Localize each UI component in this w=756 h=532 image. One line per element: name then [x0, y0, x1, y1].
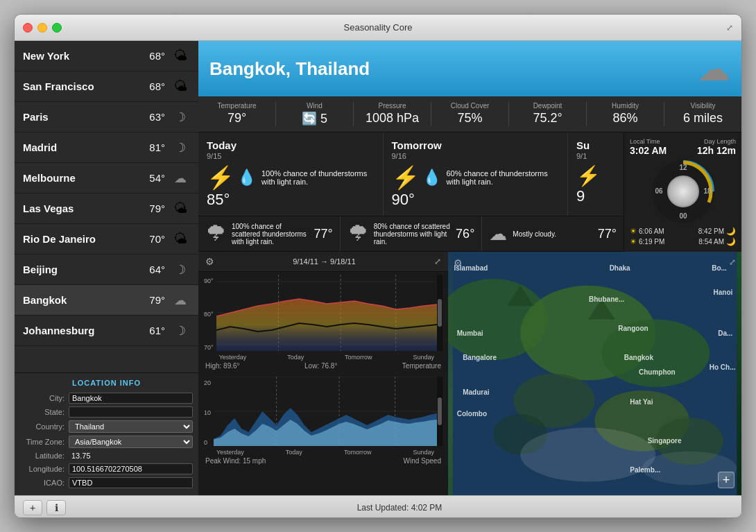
city-name: Johannesburg [23, 325, 149, 336]
city-name: Paris [23, 111, 149, 123]
wind-y-20: 20 [204, 379, 211, 386]
wind-chart-footer: Peak Wind: 15 mph Wind Speed [198, 456, 448, 466]
sidebar-city-melbourne[interactable]: Melbourne 54° ☁ [15, 163, 198, 194]
loc-input-icao[interactable] [69, 477, 193, 488]
sunday-label: Su [576, 139, 590, 151]
map-label-da: Da... [718, 329, 732, 337]
chart-header: ⚙ 9/14/11 → 9/18/11 ⤢ [198, 252, 448, 272]
city-weather-icon: ☽ [171, 321, 190, 341]
loc-select-timezone[interactable]: Asia/Bangkok [69, 436, 193, 448]
map-label-chumphon: Chumphon [639, 368, 676, 376]
map-label-singapore: Singapore [648, 437, 682, 445]
map-expand-icon[interactable]: ⤢ [729, 257, 736, 267]
sunday-temp: 9 [576, 187, 615, 205]
svg-text:06: 06 [655, 187, 663, 195]
loc-input-longitude[interactable] [69, 463, 193, 474]
stat-label: Humidity [587, 102, 664, 110]
civil-dusk-value: 8:54 AM [698, 238, 724, 246]
day-info-panel: Local Time 3:02 AM Day Length 12h 12m [624, 132, 741, 252]
temp-chart-footer: High: 89.6° Low: 76.8° Temperature [198, 361, 448, 371]
hour-desc-3: Mostly cloudy. [513, 230, 592, 238]
map-label-bangkok: Bangkok [624, 354, 653, 361]
sunrise-value: 6:06 AM [639, 228, 664, 235]
today-desc: 100% chance of thunderstorms with light … [261, 169, 375, 186]
map-background: Islamabad Dhaka Bo... Hanoi Bhubane... M… [448, 252, 741, 495]
close-button[interactable] [23, 23, 33, 33]
map-label-madurai: Madurai [463, 388, 489, 396]
hour-desc-2: 80% chance of scattered thunderstorms wi… [374, 223, 450, 246]
day-length-label: Day Length [697, 138, 736, 145]
hour-temp-2: 76° [456, 227, 474, 241]
wind-x-sunday: Sunday [413, 449, 434, 456]
city-temp: 79° [149, 203, 165, 214]
city-weather-icon: 🌤 [171, 230, 190, 249]
temp-chart-scrollbar[interactable] [437, 275, 443, 351]
location-field-row: State: [15, 405, 198, 419]
temp-low: Low: 76.8° [304, 362, 337, 370]
sidebar: New York 68° 🌤 San Francisco 68° 🌤 Paris… [15, 41, 198, 495]
bottom-buttons: + ℹ [23, 500, 66, 515]
svg-marker-12 [216, 299, 437, 351]
stat-temperature: Temperature 79° [198, 102, 276, 126]
location-field-row: Time Zone: Asia/Bangkok [15, 434, 198, 449]
sidebar-city-las-vegas[interactable]: Las Vegas 79° 🌤 [15, 194, 198, 224]
hour-item-1: 🌩 100% chance of scattered thunderstorms… [198, 216, 341, 251]
stat-label: Wind [276, 102, 353, 110]
city-weather-icon: ☽ [171, 108, 190, 127]
map-add-button[interactable]: + [718, 472, 734, 488]
map-settings-icon[interactable]: ⚙ [454, 257, 463, 268]
bottom-area: ⚙ 9/14/11 → 9/18/11 ⤢ 90° 80° 70° [198, 252, 741, 495]
stat-value: 1008 hPa [354, 111, 431, 126]
wind-x-yesterday: Yesterday [216, 449, 244, 456]
expand-icon[interactable]: ⤢ [726, 23, 733, 33]
stat-dewpoint: Dewpoint 75.2° [509, 102, 587, 126]
loc-input-state[interactable] [69, 406, 193, 418]
location-field-row: Latitude: 13.75 [15, 449, 198, 462]
sidebar-city-madrid[interactable]: Madrid 81° ☽ [15, 132, 198, 163]
sidebar-city-beijing[interactable]: Beijing 64° ☽ [15, 255, 198, 285]
map-label-bangalore: Bangalore [463, 354, 497, 361]
map-area: Islamabad Dhaka Bo... Hanoi Bhubane... M… [448, 252, 741, 495]
map-label-hatyai: Hat Yai [630, 398, 653, 406]
sidebar-city-johannesburg[interactable]: Johannesburg 61° ☽ [15, 316, 198, 346]
sidebar-city-paris[interactable]: Paris 63° ☽ [15, 102, 198, 132]
add-location-button[interactable]: + [23, 500, 42, 515]
traffic-lights [23, 23, 62, 33]
maximize-button[interactable] [52, 23, 62, 33]
today-temp: 85° [207, 191, 375, 209]
wind-peak: Peak Wind: 15 mph [205, 457, 266, 465]
map-label-hochi: Ho Ch... [710, 363, 736, 371]
right-panel: Bangkok, Thailand ☁ Temperature 79° Wind… [198, 41, 741, 495]
sidebar-city-new-york[interactable]: New York 68° 🌤 [15, 41, 198, 71]
wind-x-today: Today [286, 449, 302, 456]
temp-x-yesterday: Yesterday [219, 354, 247, 361]
chart-expand-icon[interactable]: ⤢ [434, 257, 441, 266]
stat-value: 75% [431, 111, 508, 126]
sun-times: ☀ 6:06 AM 8:42 PM 🌙 ☀ 6:19 PM 8:54 AM [630, 227, 736, 246]
map-labels-container: Islamabad Dhaka Bo... Hanoi Bhubane... M… [448, 252, 741, 495]
sidebar-city-bangkok[interactable]: Bangkok 79° ☁ [15, 285, 198, 316]
stat-label: Pressure [354, 102, 431, 110]
location-field-row: Longitude: [15, 462, 198, 476]
hour-desc-1: 100% chance of scattered thunderstorms w… [232, 223, 308, 246]
loc-input-city[interactable] [69, 393, 193, 404]
svg-text:18: 18 [703, 187, 712, 195]
wind-chart-scrollbar[interactable] [437, 377, 443, 446]
city-weather-icon: ☽ [171, 138, 190, 157]
svg-text:00: 00 [679, 212, 687, 220]
city-temp: 61° [149, 325, 165, 336]
sidebar-city-san-francisco[interactable]: San Francisco 68° 🌤 [15, 71, 198, 102]
window-title: Seasonality Core [344, 22, 413, 33]
city-weather-icon: 🌤 [171, 46, 190, 66]
wind-chart-svg [214, 377, 437, 446]
info-button[interactable]: ℹ [46, 500, 66, 515]
location-field-row: ICAO: [15, 476, 198, 490]
chart-settings-icon[interactable]: ⚙ [205, 256, 214, 267]
sidebar-city-rio-de-janeiro[interactable]: Rio De Janeiro 70° 🌤 [15, 224, 198, 255]
tomorrow-label: Tomorrow [392, 139, 442, 151]
minimize-button[interactable] [37, 23, 47, 33]
loc-select-country[interactable]: Thailand [69, 420, 193, 433]
forecast-sunday: Su 9/1 ⚡ 9 [568, 132, 624, 216]
city-weather-icon: ☁ [171, 169, 190, 188]
stat-value: 79° [198, 111, 275, 126]
